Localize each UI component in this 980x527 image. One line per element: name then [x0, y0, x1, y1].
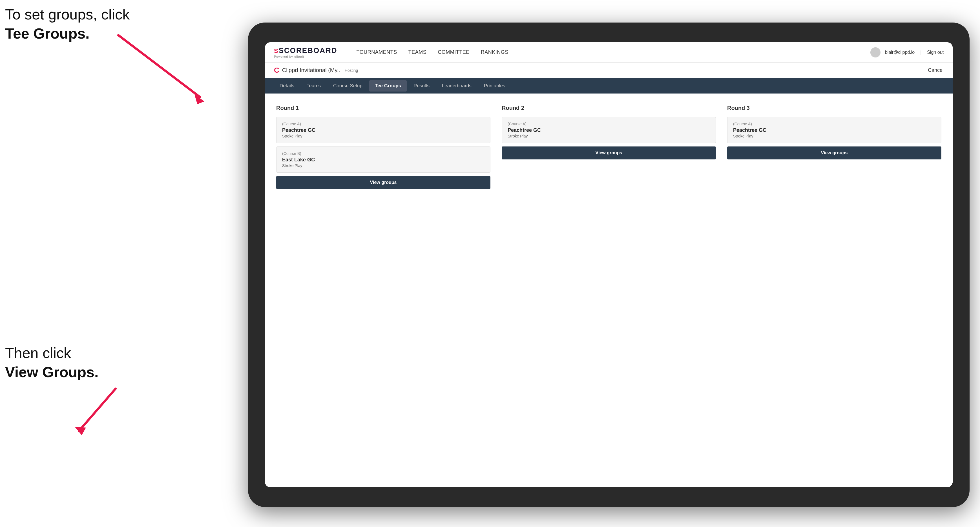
round-1-course-b: (Course B) East Lake GC Stroke Play: [276, 146, 490, 173]
tab-course-setup[interactable]: Course Setup: [328, 80, 368, 92]
instruction-bottom-bold: View Groups.: [5, 364, 99, 380]
round-3-column: Round 3 (Course A) Peachtree GC Stroke P…: [727, 105, 942, 189]
round-1-title: Round 1: [276, 105, 490, 111]
round-1-course-b-format: Stroke Play: [282, 163, 485, 168]
round-3-course-a-name: Peachtree GC: [733, 127, 935, 133]
round-1-course-a-name: Peachtree GC: [282, 127, 485, 133]
tournament-title: C Clippd Invitational (My... Hosting: [274, 66, 358, 75]
nav-rankings[interactable]: RANKINGS: [481, 49, 509, 55]
top-nav: SSCOREBOARD Powered by clippit TOURNAMEN…: [265, 42, 953, 62]
tab-tee-groups[interactable]: Tee Groups: [369, 80, 407, 92]
avatar: [870, 47, 880, 57]
tablet-screen: SSCOREBOARD Powered by clippit TOURNAMEN…: [265, 42, 953, 487]
main-content: Round 1 (Course A) Peachtree GC Stroke P…: [265, 94, 953, 487]
svg-marker-3: [75, 427, 86, 435]
instruction-top-line1: To set groups, click: [5, 6, 130, 22]
nav-tournaments[interactable]: TOURNAMENTS: [356, 49, 397, 55]
instruction-top-bold: Tee Groups.: [5, 25, 90, 42]
round-1-course-b-name: East Lake GC: [282, 157, 485, 163]
nav-teams[interactable]: TEAMS: [409, 49, 427, 55]
tablet: SSCOREBOARD Powered by clippit TOURNAMEN…: [248, 22, 970, 507]
tab-details[interactable]: Details: [274, 80, 300, 92]
arrow-view-groups: [65, 380, 135, 442]
instruction-bottom-line1: Then click: [5, 345, 71, 361]
sub-nav: Details Teams Course Setup Tee Groups Re…: [265, 78, 953, 94]
round-2-course-a-name: Peachtree GC: [508, 127, 710, 133]
svg-line-2: [79, 389, 116, 431]
tournament-bar: C Clippd Invitational (My... Hosting Can…: [265, 62, 953, 78]
tab-results[interactable]: Results: [408, 80, 435, 92]
round-2-title: Round 2: [502, 105, 716, 111]
round-1-view-groups-button[interactable]: View groups: [276, 176, 490, 189]
instruction-bottom: Then click View Groups.: [5, 344, 99, 382]
round-3-course-a: (Course A) Peachtree GC Stroke Play: [727, 117, 942, 143]
round-1-course-b-label: (Course B): [282, 151, 485, 156]
logo-area: SSCOREBOARD Powered by clippit: [274, 46, 337, 58]
sign-out-link[interactable]: Sign out: [927, 50, 943, 55]
svg-line-0: [118, 35, 200, 97]
tab-teams[interactable]: Teams: [301, 80, 326, 92]
round-3-view-groups-button[interactable]: View groups: [727, 146, 942, 159]
nav-right: blair@clippd.io | Sign out: [870, 47, 943, 57]
round-2-course-a-label: (Course A): [508, 122, 710, 126]
tab-leaderboards[interactable]: Leaderboards: [436, 80, 477, 92]
round-3-course-a-label: (Course A): [733, 122, 935, 126]
nav-committee[interactable]: COMMITTEE: [438, 49, 469, 55]
round-3-title: Round 3: [727, 105, 942, 111]
hosting-badge: Hosting: [345, 68, 358, 73]
round-2-course-a: (Course A) Peachtree GC Stroke Play: [502, 117, 716, 143]
round-2-view-groups-button[interactable]: View groups: [502, 146, 716, 159]
logo-sub: Powered by clippit: [274, 55, 337, 58]
rounds-container: Round 1 (Course A) Peachtree GC Stroke P…: [276, 105, 942, 189]
cancel-button[interactable]: Cancel: [928, 67, 943, 73]
user-email: blair@clippd.io: [885, 50, 915, 55]
nav-items: TOURNAMENTS TEAMS COMMITTEE RANKINGS: [356, 49, 508, 55]
round-1-column: Round 1 (Course A) Peachtree GC Stroke P…: [276, 105, 490, 189]
logo-text: SSCOREBOARD: [274, 46, 337, 55]
round-1-course-a: (Course A) Peachtree GC Stroke Play: [276, 117, 490, 143]
round-1-course-a-label: (Course A): [282, 122, 485, 126]
round-2-course-a-format: Stroke Play: [508, 134, 710, 138]
round-3-course-a-format: Stroke Play: [733, 134, 935, 138]
round-1-course-a-format: Stroke Play: [282, 134, 485, 138]
tournament-name: Clippd Invitational (My...: [282, 67, 342, 73]
tab-printables[interactable]: Printables: [478, 80, 511, 92]
round-2-column: Round 2 (Course A) Peachtree GC Stroke P…: [502, 105, 716, 189]
arrow-tee-groups: [104, 27, 212, 106]
